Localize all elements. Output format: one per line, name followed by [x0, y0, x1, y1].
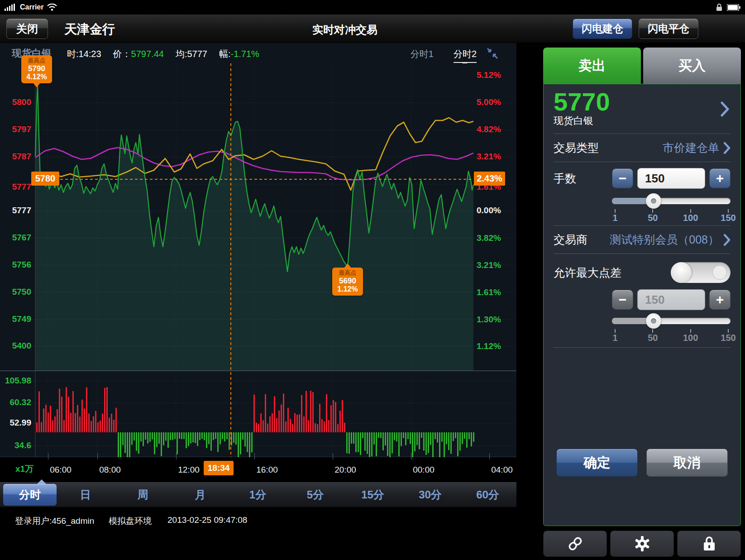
left-axis-label: 5777 — [12, 206, 31, 215]
lots-plus-button[interactable]: + — [709, 168, 731, 188]
period-tab-日[interactable]: 日 — [57, 488, 114, 502]
trade-type-row[interactable]: 交易类型 市价建仓单 — [554, 134, 731, 162]
slider-tick-label: 50 — [648, 213, 658, 223]
time-axis-label: 04:00 — [491, 465, 513, 475]
toggle-knob[interactable] — [671, 262, 692, 283]
link-icon — [568, 536, 583, 551]
slider-knob[interactable] — [646, 193, 661, 209]
quote-row[interactable]: 5770 现货白银 — [554, 84, 731, 134]
close-button[interactable]: 关闭 — [6, 19, 48, 39]
spread-input[interactable] — [637, 289, 705, 310]
max-spread-row: 允许最大点差 − + — [554, 254, 731, 348]
tool-icon-bar — [543, 531, 741, 557]
lots-slider-ticks: 150100150 — [612, 209, 731, 223]
left-axis-label: 5787 — [12, 152, 31, 162]
slider-tick — [652, 329, 653, 333]
flash-close-position-button[interactable]: 闪电平仓 — [639, 19, 698, 39]
flash-open-position-button[interactable]: 闪电建仓 — [573, 19, 632, 39]
slider-tick — [728, 209, 729, 213]
period-tab-30分[interactable]: 30分 — [401, 488, 459, 502]
order-price: 5770 — [554, 89, 731, 115]
right-axis-label: 1.12% — [477, 341, 501, 351]
orientation-lock-icon — [716, 3, 722, 11]
lots-row: 手数 − + 150100150 — [554, 162, 731, 226]
lock-button[interactable] — [677, 531, 741, 557]
slider-tick — [728, 329, 729, 333]
period-tab-周[interactable]: 周 — [114, 488, 172, 502]
cancel-button[interactable]: 取消 — [646, 449, 728, 477]
price-volume-plot[interactable] — [0, 63, 516, 457]
left-axis-label: 34.6 — [14, 440, 31, 450]
lots-minus-button[interactable]: − — [612, 168, 633, 188]
lots-slider[interactable] — [612, 193, 731, 209]
slider-tick — [615, 329, 616, 333]
left-axis-label: 5400 — [12, 341, 31, 351]
left-axis-label: 5767 — [12, 233, 31, 243]
lots-input[interactable] — [637, 168, 705, 189]
tab-minute-chart-1[interactable]: 分时1 — [411, 48, 434, 63]
high-point-callout: 最高点 5790 4.12% — [21, 55, 52, 83]
ios-status-bar: Carrier — [0, 0, 745, 14]
chart-region[interactable]: 现货白银 时:14:23 价：5797.44 均:5777 幅:-1.71% 分… — [0, 43, 516, 457]
period-tab-1分[interactable]: 1分 — [229, 488, 287, 502]
left-axis-label: 60.32 — [10, 397, 31, 407]
chevron-right-icon — [724, 234, 731, 246]
footer-status-bar: 登录用户:456_admin 模拟盘环境 2013-02-25 09:47:08 — [0, 507, 516, 560]
time-axis-tick — [97, 453, 98, 459]
right-axis-label: 4.82% — [477, 124, 501, 134]
time-axis-tick — [176, 453, 177, 459]
carrier-label: Carrier — [20, 3, 43, 11]
wifi-icon — [47, 4, 57, 11]
active-period-pointer — [37, 479, 46, 484]
time-axis-tick — [48, 453, 48, 459]
slider-knob[interactable] — [646, 313, 661, 329]
period-tab-分时[interactable]: 分时 — [3, 484, 57, 506]
right-axis-label: 3.82% — [477, 233, 501, 243]
time-axis-tick — [333, 453, 333, 459]
tab-sell[interactable]: 卖出 — [543, 48, 641, 84]
callout-pointer — [344, 263, 351, 268]
period-tab-月[interactable]: 月 — [172, 488, 229, 502]
current-price-badge: 5780 — [31, 172, 59, 186]
logged-in-user: 登录用户:456_admin — [15, 515, 94, 527]
slider-tick-label: 150 — [721, 333, 735, 343]
broker-row[interactable]: 交易商 测试特别会员（008） — [554, 226, 731, 254]
time-axis-label: 16:00 — [256, 465, 278, 475]
current-percent-badge: 2.43% — [474, 172, 505, 186]
server-datetime: 2013-02-25 09:47:08 — [167, 515, 247, 525]
spread-slider[interactable] — [612, 313, 731, 329]
trade-type-value: 市价建仓单 — [663, 140, 719, 155]
lots-label: 手数 — [554, 171, 576, 186]
spread-plus-button[interactable]: + — [709, 290, 731, 310]
left-axis-label: 5777 — [12, 182, 31, 192]
time-axis-tick — [254, 453, 255, 459]
callout-pointer — [33, 83, 40, 87]
left-axis-label: 52.99 — [10, 418, 31, 428]
tab-buy[interactable]: 买入 — [643, 48, 741, 84]
left-axis-label: 105.98 — [5, 376, 31, 386]
time-axis-tick — [489, 453, 490, 459]
gear-icon — [634, 536, 650, 552]
quote-range: 幅:-1.71% — [219, 48, 259, 60]
spread-minus-button[interactable]: − — [612, 290, 633, 310]
right-axis-label: 0.00% — [477, 206, 501, 215]
app-window: Carrier 关闭 天津金行 实时对冲交易 闪电建仓 闪电平仓 — [0, 0, 745, 560]
slider-tick — [652, 209, 653, 213]
volume-unit-label: x1万 — [15, 463, 33, 475]
period-tab-5分[interactable]: 5分 — [287, 488, 344, 502]
max-spread-toggle[interactable] — [671, 262, 731, 283]
tab-minute-chart-2[interactable]: 分时2 — [454, 48, 477, 63]
chart-quote-info: 时:14:23 价：5797.44 均:5777 幅:-1.71% — [67, 48, 259, 60]
right-axis-label: 5.12% — [477, 70, 501, 80]
time-axis-tick — [411, 453, 411, 459]
slider-tick-label: 100 — [683, 213, 698, 223]
confirm-button[interactable]: 确定 — [556, 449, 638, 477]
slider-tick-label: 150 — [721, 213, 735, 223]
period-tab-60分[interactable]: 60分 — [459, 488, 516, 502]
chart-column: 现货白银 时:14:23 价：5797.44 均:5777 幅:-1.71% 分… — [0, 43, 516, 560]
link-button[interactable] — [543, 531, 607, 557]
spread-slider-ticks: 150100150 — [612, 329, 731, 343]
settings-button[interactable] — [610, 531, 674, 557]
period-tab-15分[interactable]: 15分 — [344, 488, 401, 502]
collapse-chart-icon[interactable] — [487, 48, 498, 59]
